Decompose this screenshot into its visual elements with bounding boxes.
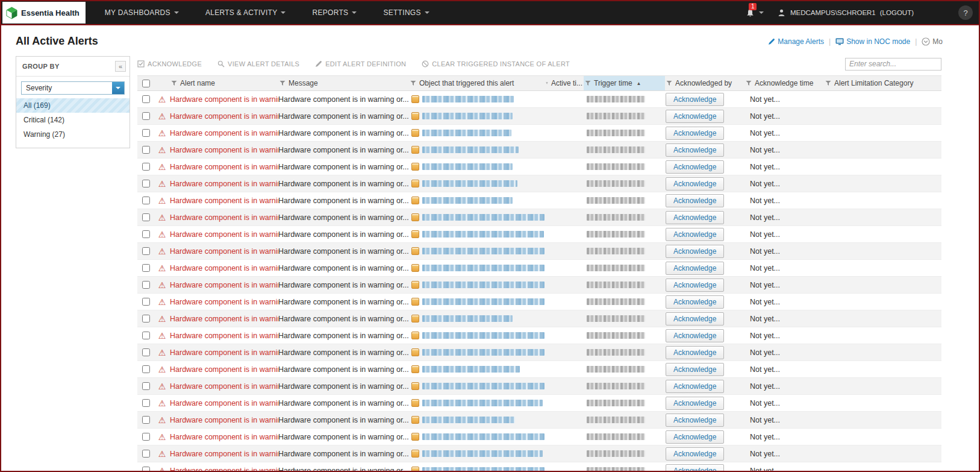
row-checkbox[interactable] <box>142 247 150 255</box>
row-checkbox[interactable] <box>142 365 150 373</box>
acknowledge-button[interactable]: Acknowledge <box>666 110 724 123</box>
row-checkbox[interactable] <box>142 382 150 390</box>
table-row[interactable]: ⚠ Hardware component is in warnin Hardwa… <box>137 108 941 125</box>
table-row[interactable]: ⚠ Hardware component is in warnin Hardwa… <box>137 175 941 192</box>
view-alert-details-button[interactable]: VIEW ALERT DETAILS <box>217 60 299 68</box>
acknowledge-button[interactable]: Acknowledge <box>666 143 724 157</box>
row-checkbox[interactable] <box>142 180 150 187</box>
alert-name-link[interactable]: Hardware component is in warnin <box>170 399 278 407</box>
table-row[interactable]: ⚠ Hardware component is in warnin Hardwa… <box>137 429 941 445</box>
alert-name-link[interactable]: Hardware component is in warnin <box>170 180 278 188</box>
row-checkbox[interactable] <box>142 146 150 154</box>
nav-alerts-activity[interactable]: ALERTS & ACTIVITY <box>192 1 299 25</box>
nav-reports[interactable]: REPORTS <box>299 1 370 25</box>
acknowledge-button[interactable]: Acknowledge <box>666 447 724 461</box>
acknowledge-button[interactable]: Acknowledge <box>666 295 724 309</box>
alert-name-link[interactable]: Hardware component is in warnin <box>170 163 278 171</box>
acknowledge-button[interactable]: Acknowledge <box>666 414 724 427</box>
nav-settings[interactable]: SETTINGS <box>370 1 442 25</box>
alert-name-link[interactable]: Hardware component is in warnin <box>170 247 278 256</box>
row-checkbox[interactable] <box>142 416 150 424</box>
row-checkbox[interactable] <box>142 112 150 120</box>
acknowledge-button[interactable]: Acknowledge <box>666 262 724 275</box>
table-row[interactable]: ⚠ Hardware component is in warnin Hardwa… <box>137 159 941 175</box>
table-row[interactable]: ⚠ Hardware component is in warnin Hardwa… <box>137 344 941 361</box>
row-checkbox[interactable] <box>142 213 150 221</box>
row-checkbox[interactable] <box>142 315 150 323</box>
column-header-object[interactable]: Object that triggered this alert <box>409 76 545 90</box>
row-checkbox[interactable] <box>142 230 150 238</box>
alert-name-link[interactable]: Hardware component is in warnin <box>170 197 278 205</box>
row-checkbox[interactable] <box>142 95 150 103</box>
dropdown-button[interactable] <box>112 82 124 94</box>
alert-name-link[interactable]: Hardware component is in warnin <box>170 112 278 121</box>
select-all-checkbox[interactable] <box>142 80 150 87</box>
collapse-panel-button[interactable]: « <box>115 61 126 72</box>
table-row[interactable]: ⚠ Hardware component is in warnin Hardwa… <box>137 361 941 378</box>
alert-name-link[interactable]: Hardware component is in warnin <box>170 146 278 154</box>
alert-name-link[interactable]: Hardware component is in warnin <box>170 348 278 357</box>
acknowledge-button[interactable]: Acknowledge <box>666 464 724 472</box>
brand-logo[interactable]: Essentia Health <box>2 2 86 24</box>
alert-name-link[interactable]: Hardware component is in warnin <box>170 433 278 441</box>
table-row[interactable]: ⚠ Hardware component is in warnin Hardwa… <box>137 327 941 344</box>
clear-triggered-instance-button[interactable]: CLEAR TRIGGERED INSTANCE OF ALERT <box>422 60 570 68</box>
acknowledge-button[interactable]: Acknowledge <box>666 127 724 140</box>
notifications-button[interactable]: 1 <box>741 8 767 17</box>
acknowledge-button[interactable]: Acknowledge <box>666 363 724 376</box>
table-row[interactable]: ⚠ Hardware component is in warnin Hardwa… <box>137 142 941 159</box>
acknowledge-button[interactable]: Acknowledge <box>666 329 724 342</box>
alert-name-link[interactable]: Hardware component is in warnin <box>170 365 278 374</box>
column-header-active-time[interactable]: Active ti... <box>545 76 584 90</box>
alert-name-link[interactable]: Hardware component is in warnin <box>170 213 278 222</box>
row-checkbox[interactable] <box>142 281 150 289</box>
noc-mode-link[interactable]: Show in NOC mode <box>835 37 910 46</box>
acknowledge-button[interactable]: Acknowledge <box>666 177 724 190</box>
acknowledge-button[interactable]: Acknowledge <box>666 160 724 174</box>
table-row[interactable]: ⚠ Hardware component is in warnin Hardwa… <box>137 310 941 327</box>
acknowledge-button[interactable]: Acknowledge <box>666 93 724 106</box>
table-row[interactable]: ⚠ Hardware component is in warnin Hardwa… <box>137 243 941 260</box>
table-row[interactable]: ⚠ Hardware component is in warnin Hardwa… <box>137 209 941 226</box>
alert-name-link[interactable]: Hardware component is in warnin <box>170 281 278 289</box>
row-checkbox[interactable] <box>142 298 150 306</box>
column-header-message[interactable]: Message <box>278 76 409 90</box>
row-checkbox[interactable] <box>142 467 150 472</box>
logout-link[interactable]: (LOGOUT) <box>880 9 914 16</box>
alert-name-link[interactable]: Hardware component is in warnin <box>170 315 278 323</box>
alert-name-link[interactable]: Hardware component is in warnin <box>170 450 278 458</box>
table-row[interactable]: ⚠ Hardware component is in warnin Hardwa… <box>137 260 941 277</box>
more-link[interactable]: Mo <box>922 37 943 46</box>
acknowledge-button[interactable]: Acknowledge <box>666 430 724 444</box>
alert-name-link[interactable]: Hardware component is in warnin <box>170 230 278 239</box>
row-checkbox[interactable] <box>142 332 150 339</box>
row-checkbox[interactable] <box>142 197 150 204</box>
table-row[interactable]: ⚠ Hardware component is in warnin Hardwa… <box>137 395 941 412</box>
table-row[interactable]: ⚠ Hardware component is in warnin Hardwa… <box>137 294 941 310</box>
column-header-acknowledged-by[interactable]: Acknowledged by <box>665 76 744 90</box>
alert-name-link[interactable]: Hardware component is in warnin <box>170 467 278 472</box>
table-row[interactable]: ⚠ Hardware component is in warnin Hardwa… <box>137 462 941 472</box>
table-row[interactable]: ⚠ Hardware component is in warnin Hardwa… <box>137 277 941 294</box>
row-checkbox[interactable] <box>142 399 150 407</box>
acknowledge-button[interactable]: Acknowledge <box>666 346 724 359</box>
table-row[interactable]: ⚠ Hardware component is in warnin Hardwa… <box>137 378 941 395</box>
acknowledge-button[interactable]: Acknowledge <box>666 228 724 241</box>
account-menu[interactable]: MEDCAMPUS\SCHROER1 (LOGOUT) <box>777 8 914 17</box>
edit-alert-definition-button[interactable]: EDIT ALERT DEFINITION <box>315 60 406 68</box>
search-input[interactable] <box>845 58 941 71</box>
alert-name-link[interactable]: Hardware component is in warnin <box>170 264 278 272</box>
alert-name-link[interactable]: Hardware component is in warnin <box>170 382 278 391</box>
table-row[interactable]: ⚠ Hardware component is in warnin Hardwa… <box>137 226 941 243</box>
group-item-all[interactable]: All (169) <box>16 98 130 113</box>
table-row[interactable]: ⚠ Hardware component is in warnin Hardwa… <box>137 445 941 462</box>
column-header-trigger-time[interactable]: Trigger time ▲ <box>584 76 665 90</box>
acknowledge-button[interactable]: Acknowledge <box>666 194 724 207</box>
acknowledge-button[interactable]: Acknowledge <box>666 211 724 224</box>
alert-name-link[interactable]: Hardware component is in warnin <box>170 95 278 104</box>
acknowledge-button[interactable]: Acknowledge <box>666 245 724 258</box>
group-by-dropdown[interactable]: Severity <box>21 81 125 95</box>
group-item-critical[interactable]: Critical (142) <box>16 113 130 127</box>
column-header-acknowledge-time[interactable]: Acknowledge time <box>744 76 824 90</box>
help-button[interactable]: ? <box>958 5 973 20</box>
